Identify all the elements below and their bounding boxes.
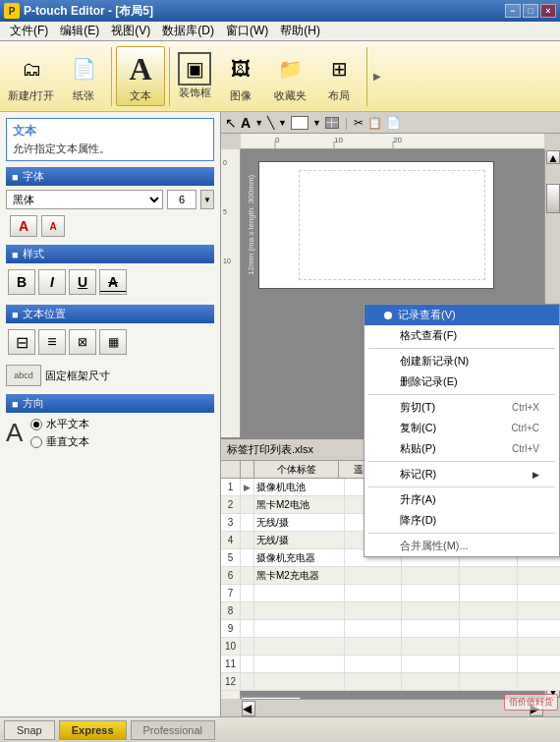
scrollbar-thumb[interactable] — [546, 184, 560, 213]
font-size-dropdown[interactable]: ▼ — [200, 190, 214, 209]
font-size-input[interactable] — [167, 190, 196, 209]
ctx-item-13[interactable]: 降序(D) — [364, 510, 559, 531]
menu-window[interactable]: 窗口(W) — [220, 21, 274, 41]
minimize-button[interactable]: − — [505, 4, 521, 18]
copy-icon[interactable]: 📋 — [367, 116, 382, 130]
row-arrow-1: ▶ — [241, 479, 254, 495]
right-panel: ↖ A ▼ ╲ ▼ ▼ | ✂ 📋 📄 0 10 20 — [221, 112, 560, 716]
menu-view[interactable]: 视图(V) — [105, 21, 156, 41]
row-label-6[interactable]: 黑卡M2充电器 — [254, 567, 345, 584]
text-icon: A — [121, 49, 160, 88]
ctx-item-10[interactable]: 标记(R)▶ — [364, 464, 559, 485]
toolbar-paper[interactable]: 📄 纸张 — [60, 47, 107, 105]
favorites-label: 收藏夹 — [274, 88, 307, 103]
style-title-label: 样式 — [23, 247, 44, 261]
menu-help[interactable]: 帮助(H) — [274, 21, 326, 41]
ctx-item-4[interactable]: 删除记录(E) — [364, 371, 559, 392]
row-label-7[interactable] — [254, 585, 345, 601]
ctx-label-8: 粘贴(P) — [400, 441, 436, 456]
scrollbar-up-btn[interactable]: ▲ — [546, 150, 560, 164]
vertical-radio[interactable]: 垂直文本 — [30, 434, 89, 449]
toolbar-new-open[interactable]: 🗂 新建/打开 — [4, 47, 58, 105]
bold-button[interactable]: B — [8, 269, 35, 295]
align-left-button[interactable]: ⊟ — [8, 329, 35, 355]
table-row: 9 — [221, 620, 560, 638]
ctx-item-6[interactable]: 剪切(T)Ctrl+X — [364, 397, 559, 418]
close-button[interactable]: × — [540, 4, 556, 18]
table-row: 6黑卡M2充电器 — [221, 567, 560, 585]
font-increase-button[interactable]: A — [10, 215, 37, 237]
tool-arrow[interactable]: ▼ — [254, 118, 263, 128]
row-label-4[interactable]: 无线/摄 — [254, 532, 345, 548]
ctx-item-1[interactable]: 格式查看(F) — [364, 325, 559, 346]
row-label-5[interactable]: 摄像机充电器 — [254, 549, 345, 566]
align-justify-button[interactable]: ▦ — [99, 329, 127, 355]
express-button[interactable]: Express — [59, 720, 127, 740]
toolbar-layout[interactable]: ⊞ 布局 — [315, 47, 363, 105]
table-row: 12 — [221, 673, 560, 691]
ctx-shortcut-8: Ctrl+V — [512, 443, 539, 454]
horizontal-radio[interactable]: 水平文本 — [30, 417, 89, 431]
maximize-button[interactable]: □ — [523, 4, 538, 18]
row-num-10: 10 — [221, 638, 241, 655]
line-arrow[interactable]: ▼ — [278, 118, 287, 128]
ab-size-buttons: A A — [10, 215, 214, 237]
menu-database[interactable]: 数据库(D) — [156, 21, 220, 41]
toolbar-favorites[interactable]: 📁 收藏夹 — [266, 47, 313, 105]
text-description: 允许指定文本属性。 — [13, 142, 207, 156]
toolbar-image[interactable]: 🖼 图像 — [217, 47, 264, 105]
row-remote-10 — [345, 638, 403, 655]
row-label-9[interactable] — [254, 620, 345, 637]
font-name-select[interactable]: 黑体 — [6, 190, 163, 209]
snap-button[interactable]: Snap — [4, 720, 55, 740]
menu-file[interactable]: 文件(F) — [4, 21, 54, 41]
rect-tool-icon[interactable] — [291, 116, 308, 130]
text-tool-icon[interactable]: A — [241, 115, 251, 131]
row-label-1[interactable]: 摄像机电池 — [254, 479, 345, 495]
ctx-item-7[interactable]: 复制(C)Ctrl+C — [364, 418, 559, 438]
strikethrough-button[interactable]: A — [99, 269, 127, 295]
row-wire-9 — [402, 620, 460, 637]
menu-edit[interactable]: 编辑(E) — [54, 21, 105, 41]
font-title: ■ 字体 — [6, 167, 214, 186]
row-arrow-11 — [241, 656, 254, 672]
menu-bar: 文件(F) 编辑(E) 视图(V) 数据库(D) 窗口(W) 帮助(H) — [0, 22, 560, 41]
row-label-2[interactable]: 黑卡M2电池 — [254, 496, 345, 513]
label-area — [258, 161, 494, 289]
ctx-item-0[interactable]: 记录查看(V) — [364, 305, 559, 325]
cursor-icon[interactable]: ↖ — [225, 115, 237, 131]
ctx-item-8[interactable]: 粘贴(P)Ctrl+V — [364, 438, 559, 459]
row-label-11[interactable] — [254, 656, 345, 672]
title-bar: P P-touch Editor - [布局5] − □ × — [0, 0, 560, 22]
toolbar-more-arrow[interactable]: ▶ — [371, 71, 383, 82]
row-label-10[interactable] — [254, 638, 345, 655]
rect-arrow[interactable]: ▼ — [312, 118, 321, 128]
underline-button[interactable]: U — [69, 269, 96, 295]
row-label-12[interactable] — [254, 673, 345, 690]
toolbar-decoration[interactable]: ▣ 装饰框 — [174, 50, 215, 102]
paste-icon[interactable]: 📄 — [386, 116, 401, 130]
scissors-icon[interactable]: ✂ — [354, 116, 364, 130]
ctx-item-3[interactable]: 创建新记录(N) — [364, 351, 559, 371]
professional-button[interactable]: Professional — [131, 720, 216, 740]
font-decrease-button[interactable]: A — [41, 215, 65, 237]
window-controls[interactable]: − □ × — [505, 4, 556, 18]
line-tool-icon[interactable]: ╲ — [267, 116, 274, 130]
direction-controls: A 水平文本 垂直文本 — [6, 417, 214, 449]
row-area-8 — [460, 602, 518, 619]
scrollbar-horizontal[interactable]: ◀ ▶ — [241, 699, 544, 716]
toolbar-text[interactable]: A 文本 — [116, 46, 165, 106]
scrollbar-left-btn[interactable]: ◀ — [242, 701, 255, 716]
row-wire-10 — [402, 638, 460, 655]
table-tool-icon[interactable] — [325, 117, 339, 129]
italic-button[interactable]: I — [38, 269, 66, 295]
align-center-button[interactable]: ≡ — [38, 329, 66, 355]
ctx-item-12[interactable]: 升序(A) — [364, 489, 559, 510]
row-label-8[interactable] — [254, 602, 345, 619]
ctx-label-4: 删除记录(E) — [400, 374, 458, 389]
align-right-button[interactable]: ⊠ — [69, 329, 96, 355]
position-icon: ■ — [12, 309, 19, 320]
row-num-11: 11 — [221, 656, 241, 672]
row-label-3[interactable]: 无线/摄 — [254, 514, 345, 531]
ctx-item-15[interactable]: 合并属性(M)... — [364, 536, 559, 556]
